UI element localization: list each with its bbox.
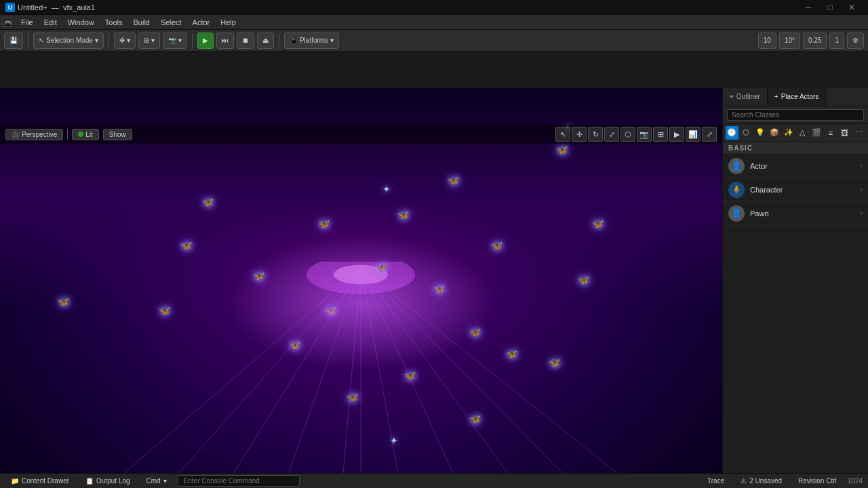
visual-effects-btn[interactable]: ✨ <box>782 126 795 140</box>
actor-icon-pawn: 👤 <box>728 205 745 222</box>
cmd-button[interactable]: Cmd ▾ <box>141 476 172 486</box>
cmd-label: Cmd <box>146 477 161 485</box>
trace-button[interactable]: Trace <box>702 476 730 486</box>
butterfly-20: 🦋 <box>404 370 416 381</box>
unsaved-indicator[interactable]: ⚠ 2 Unsaved <box>735 476 787 486</box>
platforms-dropdown: ▾ <box>330 37 334 44</box>
eject-button[interactable]: ⏏ <box>257 33 274 49</box>
save-button[interactable]: 💾 <box>4 33 23 49</box>
show-button[interactable]: Show <box>103 129 132 140</box>
butterfly-14: 🦋 <box>506 348 517 359</box>
perspective-button[interactable]: 🎥 Perspective <box>5 129 63 140</box>
play-button[interactable]: ▶ <box>197 33 214 49</box>
menu-tools[interactable]: Tools <box>100 17 127 28</box>
lit-indicator <box>78 131 83 137</box>
svg-line-11 <box>271 268 361 488</box>
actor-item-pawn[interactable]: 👤 Pawn › <box>723 202 868 226</box>
revision-ctrl-button[interactable]: Revision Ctrl <box>793 476 842 486</box>
svg-line-8 <box>68 268 361 488</box>
viewport-toolbar: 🎥 Perspective Lit Show ↖ ✛ ↻ ⤢ ⬡ 📷 ⊞ ▶ 📊 <box>0 125 722 144</box>
snap-button[interactable]: ⊞ ▾ <box>138 33 160 49</box>
basic-label-text: BASIC <box>728 144 753 152</box>
butterfly-25: 🦋 <box>549 357 560 368</box>
app-icon: U <box>5 3 15 12</box>
menu-select[interactable]: Select <box>156 17 186 28</box>
lights-icon-btn[interactable]: 💡 <box>754 126 767 140</box>
actor-item-actor[interactable]: 👤 Actor › <box>723 155 868 178</box>
camera-button[interactable]: 📷 ▾ <box>163 33 187 49</box>
geometry-btn[interactable]: △ <box>796 126 809 140</box>
minimize-button[interactable]: ─ <box>797 0 819 15</box>
butterfly-11: 🦋 <box>433 283 445 294</box>
stats-025-button[interactable]: 0.25 <box>803 33 827 49</box>
stop-button[interactable]: ⏹ <box>237 33 254 49</box>
unsaved-icon: ⚠ <box>741 477 747 485</box>
svg-line-15 <box>361 268 475 488</box>
step-button[interactable]: ⏭ <box>216 33 234 49</box>
grid-tool[interactable]: ⊞ <box>653 127 668 142</box>
viewport[interactable]: 🎥 Perspective Lit Show ↖ ✛ ↻ ⤢ ⬡ 📷 ⊞ ▶ 📊 <box>0 88 722 488</box>
actor-arrow-character: › <box>861 186 863 193</box>
output-log-button[interactable]: 📋 Output Log <box>80 476 135 486</box>
stats-025-label: 0.25 <box>808 37 821 44</box>
place-actors-tab[interactable]: + Place Actors <box>768 88 826 106</box>
butterfly-12: 🦋 <box>325 305 336 316</box>
selection-mode-button[interactable]: ↖ Selection Mode ▾ <box>33 33 104 49</box>
selection-icon: ↖ <box>39 37 44 44</box>
stats-angle-button[interactable]: 10° <box>779 33 800 49</box>
trace-label: Trace <box>707 477 724 485</box>
dropdown-icon: ▾ <box>95 37 98 44</box>
menu-edit[interactable]: Edit <box>39 17 62 28</box>
unsaved-label: 2 Unsaved <box>749 477 782 485</box>
butterfly-9: 🦋 <box>253 270 264 281</box>
fps-tool[interactable]: 📊 <box>686 127 701 142</box>
menu-build[interactable]: Build <box>129 17 155 28</box>
console-command-input[interactable] <box>178 475 300 487</box>
ui-btn[interactable]: 🖼 <box>838 126 851 140</box>
place-actors-label: Place Actors <box>781 93 819 100</box>
volumes-icon-btn[interactable]: 📦 <box>768 126 781 140</box>
stats-10-button[interactable]: 10 <box>758 33 776 49</box>
scale-tool[interactable]: ⤢ <box>604 127 619 142</box>
close-button[interactable]: ✕ <box>841 0 863 15</box>
main-area: 🎥 Perspective Lit Show ↖ ✛ ↻ ⤢ ⬡ 📷 ⊞ ▶ 📊 <box>0 88 868 488</box>
cinematic-btn[interactable]: 🎬 <box>810 126 823 140</box>
transform-button[interactable]: ✥ ▾ <box>114 33 136 49</box>
camera-tool[interactable]: 📷 <box>637 127 652 142</box>
shapes-icon-btn[interactable]: ⬡ <box>740 126 753 140</box>
actor-item-character[interactable]: 🧍 Character › <box>723 178 868 202</box>
lit-button[interactable]: Lit <box>72 129 99 140</box>
stats-1-button[interactable]: 1 <box>829 33 844 49</box>
recent-icon-btn[interactable]: 🕐 <box>726 126 738 140</box>
butterfly-1: 🦋 <box>556 144 568 155</box>
butterfly-10: 🦋 <box>376 262 387 272</box>
menu-help[interactable]: Help <box>216 17 241 28</box>
maximize-button[interactable]: □ <box>819 0 841 15</box>
basic-category-label: BASIC <box>723 142 868 155</box>
surface-tool[interactable]: ⬡ <box>620 127 635 142</box>
panel-tabs: ≡ Outliner + Place Actors <box>723 88 868 106</box>
move-tool[interactable]: ✛ <box>572 127 587 142</box>
show-label: Show <box>109 131 126 138</box>
menu-window[interactable]: Window <box>63 17 99 28</box>
rotate-tool[interactable]: ↻ <box>588 127 603 142</box>
select-tool[interactable]: ↖ <box>555 127 570 142</box>
platforms-button[interactable]: 📱 Platforms ▾ <box>284 33 339 49</box>
outliner-tab[interactable]: ≡ Outliner <box>723 88 768 106</box>
actor-name-pawn: Pawn <box>750 209 769 218</box>
all-classes-btn[interactable]: ≡ <box>825 126 837 140</box>
menu-actor[interactable]: Actor <box>188 17 215 28</box>
butterfly-4: 🦋 <box>397 209 409 220</box>
extra-btn[interactable]: ⋯ <box>852 126 865 140</box>
settings-button[interactable]: ⚙ <box>847 33 864 49</box>
realtime-tool[interactable]: ▶ <box>669 127 684 142</box>
butterfly-23: 🦋 <box>469 413 481 424</box>
stats-10-label: 10 <box>764 37 771 44</box>
svg-line-14 <box>361 268 407 488</box>
search-input[interactable] <box>727 109 864 121</box>
menu-file[interactable]: File <box>16 17 38 28</box>
platforms-icon: 📱 <box>290 37 298 44</box>
content-drawer-button[interactable]: 📁 Content Drawer <box>5 476 75 486</box>
viewport-scene[interactable]: 🦋 ✦ 🦋 🦋 🦋 ✦ 🦋 🦋 🦋 🦋 🦋 🦋 🦋 🦋 🦋 🦋 🦋 🦋 🦋 🦋 … <box>0 88 722 488</box>
maximize-tool[interactable]: ⤢ <box>702 127 717 142</box>
